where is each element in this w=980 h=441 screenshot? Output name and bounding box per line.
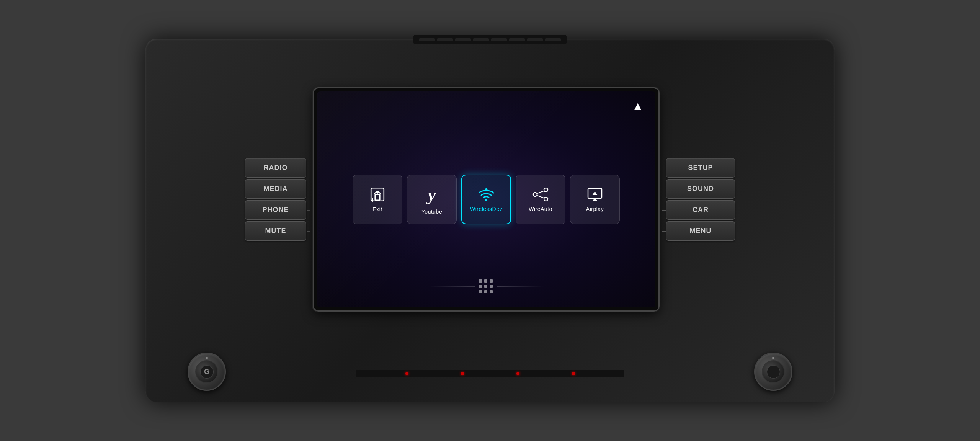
car-button[interactable]: CAR [666, 200, 735, 220]
deco-grid [475, 279, 497, 294]
wirelessdev-label: WirelessDev [470, 206, 502, 212]
left-buttons: RADIO MEDIA PHONE MUTE [245, 158, 306, 241]
right-knob-center [767, 365, 780, 379]
right-knob-inner [762, 360, 785, 383]
right-knob[interactable] [754, 353, 792, 391]
vent-slot [527, 38, 543, 41]
svg-point-7 [544, 197, 548, 201]
screen-bezel: ▲ [314, 88, 658, 310]
ir-dot-2 [461, 372, 464, 375]
left-knob[interactable]: G [188, 353, 226, 391]
vent-slot [545, 38, 561, 41]
airplay-icon [586, 187, 603, 202]
vent-slot [437, 38, 453, 41]
menu-item-wirelessdev[interactable]: WirelessDev [461, 175, 511, 224]
youtube-icon: y [428, 185, 436, 205]
media-button[interactable]: MEDIA [245, 179, 306, 199]
vent-slot [473, 38, 489, 41]
wireauto-label: WireAuto [529, 206, 552, 212]
deco-line-left [429, 286, 475, 287]
menu-item-airplay[interactable]: Airplay [570, 175, 620, 224]
vent-slot [491, 38, 507, 41]
svg-marker-11 [592, 191, 598, 195]
exit-icon [369, 186, 385, 203]
main-row: RADIO MEDIA PHONE MUTE ▲ [157, 50, 823, 349]
menu-item-youtube[interactable]: y Youtube [407, 175, 457, 224]
wireauto-icon [532, 187, 549, 202]
top-vent [413, 35, 567, 44]
radio-button[interactable]: RADIO [245, 158, 306, 178]
screen: ▲ [317, 91, 655, 307]
exit-label: Exit [372, 206, 382, 212]
vent-slot [419, 38, 435, 41]
phone-button[interactable]: PHONE [245, 200, 306, 220]
vent-slot [455, 38, 471, 41]
svg-point-3 [485, 199, 487, 201]
deco-line-right [497, 286, 543, 287]
wifi-icon [477, 187, 495, 202]
sound-button[interactable]: SOUND [666, 179, 735, 199]
menu-item-wireauto[interactable]: WireAuto [516, 175, 565, 224]
ir-dot-4 [572, 372, 575, 375]
setup-button[interactable]: SETUP [666, 158, 735, 178]
svg-line-9 [537, 196, 544, 198]
knobs-row: G [157, 353, 823, 391]
svg-point-2 [377, 192, 378, 194]
car-unit: RADIO MEDIA PHONE MUTE ▲ [145, 39, 835, 402]
left-knob-center: G [200, 365, 214, 379]
airplay-label: Airplay [586, 206, 604, 212]
left-knob-inner: G [195, 360, 218, 383]
svg-point-6 [544, 188, 548, 192]
vent-slot [509, 38, 525, 41]
svg-marker-4 [484, 188, 488, 191]
svg-rect-1 [375, 194, 380, 200]
screen-container: ▲ [314, 88, 658, 310]
menu-item-exit[interactable]: Exit [353, 175, 402, 224]
ir-dot-1 [405, 372, 408, 375]
menu-row: Exit y Youtube [345, 167, 627, 232]
nav-arrow-icon: ▲ [632, 99, 644, 113]
bottom-decoration [429, 279, 543, 294]
ir-strip [356, 370, 624, 377]
left-knob-label: G [204, 368, 209, 376]
right-buttons: SETUP SOUND CAR MENU [666, 158, 735, 241]
svg-line-8 [537, 191, 544, 194]
youtube-label: Youtube [421, 209, 442, 215]
svg-point-5 [533, 193, 537, 196]
ir-dot-3 [516, 372, 519, 375]
menu-button[interactable]: MENU [666, 221, 735, 241]
mute-button[interactable]: MUTE [245, 221, 306, 241]
